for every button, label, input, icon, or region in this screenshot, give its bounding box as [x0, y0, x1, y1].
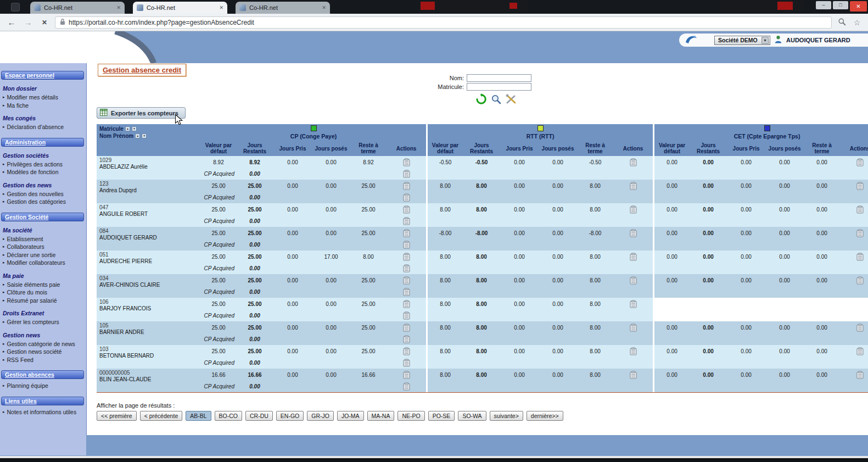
row-action-icon[interactable]	[403, 277, 410, 283]
address-bar[interactable]: https://portail.co-hr.com/index.php?page…	[55, 16, 832, 29]
browser-tab[interactable]: Co-HR.net✕	[236, 2, 330, 14]
row-action-icon[interactable]	[403, 371, 410, 377]
row-action-icon[interactable]	[403, 241, 410, 247]
sidebar-link[interactable]: ▸Résumé par salarié	[0, 297, 86, 305]
row-action-icon[interactable]	[403, 312, 410, 318]
matricule-input[interactable]	[467, 83, 531, 91]
row-action-icon[interactable]	[856, 371, 864, 377]
sidebar-link[interactable]: ▸Etablissement	[0, 235, 86, 243]
row-action-icon[interactable]	[403, 182, 410, 188]
row-action-icon[interactable]	[403, 206, 410, 212]
window-close-button[interactable]: ✕	[850, 1, 867, 12]
browser-tab[interactable]: Co-HR.net✕	[133, 2, 227, 14]
page-button[interactable]: JO-MA	[337, 411, 364, 421]
page-button[interactable]: PO-SE	[428, 411, 455, 421]
row-action-icon[interactable]	[856, 206, 864, 212]
sidebar-section-header[interactable]: Liens utiles	[1, 397, 84, 405]
row-action-icon[interactable]	[403, 324, 410, 330]
tab-close-icon[interactable]: ✕	[322, 5, 326, 10]
search-icon[interactable]	[491, 94, 501, 107]
sidebar-link[interactable]: ▸Clôture du mois	[0, 288, 86, 297]
sidebar-link[interactable]: ▸Gestion catégorie de news	[0, 340, 86, 348]
row-action-icon[interactable]	[403, 288, 410, 294]
sort-desc-icon[interactable]: ▼	[132, 126, 137, 131]
sidebar-link[interactable]: ▸Saisie éléments paie	[0, 281, 86, 289]
row-action-icon[interactable]	[630, 206, 637, 212]
row-action-icon[interactable]	[403, 230, 410, 236]
sidebar-link[interactable]: ▸Déclaration d'absence	[0, 123, 86, 131]
row-action-icon[interactable]	[403, 300, 410, 307]
row-action-icon[interactable]	[630, 159, 637, 165]
sidebar-link[interactable]: ▸Gérer les compteurs	[0, 318, 86, 326]
sidebar-link[interactable]: ▸Planning équipe	[0, 382, 86, 390]
company-selector[interactable]: Société DEMO ▼	[714, 36, 770, 45]
page-button[interactable]: dernière>>	[527, 411, 563, 421]
row-action-icon[interactable]	[630, 324, 637, 330]
sort-asc-icon[interactable]: ▲	[125, 126, 130, 131]
row-action-icon[interactable]	[856, 348, 864, 354]
row-action-icon[interactable]	[630, 253, 637, 259]
page-button[interactable]: suivante>	[490, 411, 523, 421]
tools-icon[interactable]	[505, 94, 517, 107]
sidebar-link[interactable]: ▸Collaborateurs	[0, 243, 86, 251]
page-button[interactable]: BO-CO	[215, 411, 242, 421]
row-action-icon[interactable]	[403, 336, 410, 342]
row-action-icon[interactable]	[856, 182, 864, 188]
row-action-icon[interactable]	[856, 230, 864, 236]
sidebar-link[interactable]: ▸Privilèges des actions	[0, 160, 86, 169]
bookmark-star-icon[interactable]: ☆	[852, 18, 863, 27]
sidebar-link[interactable]: ▸Notes et informations utiles	[0, 408, 86, 416]
row-action-icon[interactable]	[403, 383, 410, 389]
row-action-icon[interactable]	[403, 194, 410, 200]
export-button[interactable]: Exporter les compteurs	[97, 107, 186, 119]
sidebar-link[interactable]: ▸Gestion news société	[0, 348, 86, 356]
page-button[interactable]: CR-DU	[245, 411, 273, 421]
page-button[interactable]: < précédente	[140, 411, 183, 421]
row-action-icon[interactable]	[856, 277, 864, 283]
zoom-icon[interactable]	[836, 18, 847, 27]
sidebar-link[interactable]: ▸Modifier collaborateurs	[0, 259, 86, 267]
sidebar-link[interactable]: ▸Modifier mes détails	[0, 93, 86, 102]
sidebar-section-header[interactable]: Espace personnel	[1, 71, 84, 80]
tab-close-icon[interactable]: ✕	[116, 5, 121, 10]
window-maximize-button[interactable]: □	[833, 1, 848, 9]
sidebar-section-header[interactable]: Administration	[1, 138, 84, 147]
forward-button[interactable]: →	[22, 18, 34, 27]
row-action-icon[interactable]	[403, 359, 410, 365]
row-action-icon[interactable]	[630, 371, 637, 377]
row-action-icon[interactable]	[856, 253, 864, 259]
sidebar-link[interactable]: ▸Ma fiche	[0, 102, 86, 110]
tab-close-icon[interactable]: ✕	[219, 5, 223, 10]
row-action-icon[interactable]	[403, 348, 410, 354]
row-action-icon[interactable]	[630, 348, 637, 354]
sort-desc-icon[interactable]: ▼	[142, 133, 147, 138]
page-button[interactable]: EN-GO	[276, 411, 304, 421]
browser-app-icon[interactable]	[11, 3, 20, 12]
nom-input[interactable]	[467, 74, 531, 82]
row-action-icon[interactable]	[856, 159, 864, 165]
sidebar-link[interactable]: ▸Déclarer une sortie	[0, 251, 86, 259]
row-action-icon[interactable]	[630, 182, 637, 188]
page-button[interactable]: MA-NA	[367, 411, 395, 421]
page-button[interactable]: AB-BL	[186, 411, 211, 421]
sidebar-link[interactable]: ▸Modèles de fonction	[0, 168, 86, 176]
sort-asc-icon[interactable]: ▲	[135, 133, 140, 138]
sidebar-link[interactable]: ▸RSS Feed	[0, 356, 86, 364]
sidebar-section-header[interactable]: Gestion Société	[1, 213, 84, 221]
sidebar-section-header[interactable]: Gestion absences	[1, 370, 84, 379]
row-action-icon[interactable]	[403, 218, 410, 224]
page-button[interactable]: << première	[97, 411, 137, 421]
page-button[interactable]: NE-PO	[397, 411, 424, 421]
stop-button[interactable]: ✕	[38, 19, 51, 26]
row-action-icon[interactable]	[403, 159, 410, 165]
row-action-icon[interactable]	[630, 277, 637, 283]
page-button[interactable]: GR-JO	[307, 411, 334, 421]
row-action-icon[interactable]	[630, 230, 637, 236]
page-button[interactable]: SO-WA	[458, 411, 486, 421]
row-action-icon[interactable]	[630, 300, 637, 307]
row-action-icon[interactable]	[856, 324, 864, 330]
window-minimize-button[interactable]: –	[816, 1, 831, 9]
sidebar-link[interactable]: ▸Gestion des nouvelles	[0, 190, 86, 198]
row-action-icon[interactable]	[403, 265, 410, 271]
back-button[interactable]: ←	[5, 18, 18, 27]
